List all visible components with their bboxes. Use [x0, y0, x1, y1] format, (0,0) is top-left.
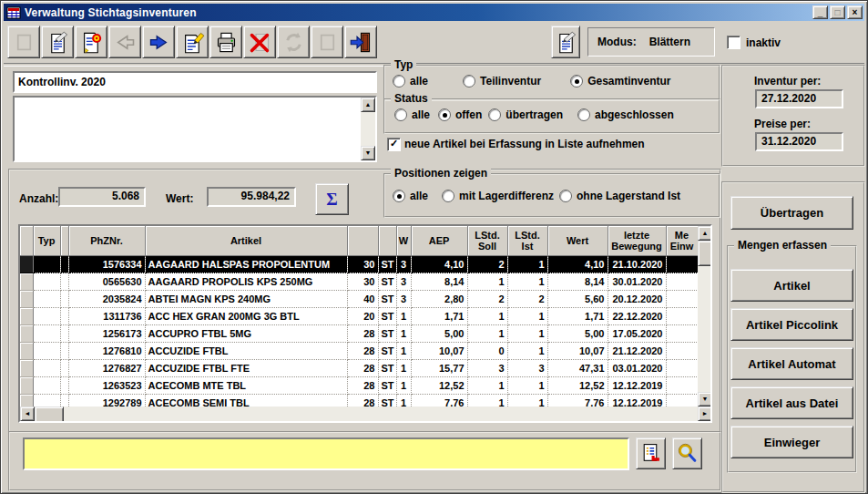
- delete-record-button[interactable]: [243, 26, 276, 58]
- column-header[interactable]: AEP: [411, 226, 467, 256]
- row-marker[interactable]: [20, 291, 33, 308]
- table-row[interactable]: 1276810ACCUZIDE FTBL28ST110,070110,0721.…: [20, 343, 698, 360]
- table-cell[interactable]: 30.01.2020: [608, 273, 666, 291]
- new-article-checkbox[interactable]: ✓: [387, 138, 401, 151]
- table-cell[interactable]: 1: [467, 395, 507, 407]
- table-cell[interactable]: ST: [378, 308, 396, 325]
- column-header[interactable]: Me Einw: [666, 226, 698, 256]
- table-cell[interactable]: [60, 291, 68, 308]
- table-cell[interactable]: 1: [507, 343, 547, 360]
- artikel-automat-button[interactable]: Artikel Automat: [730, 347, 853, 380]
- column-header[interactable]: PhZNr.: [68, 226, 145, 256]
- table-cell[interactable]: 21.10.2020: [608, 256, 666, 273]
- column-header[interactable]: Typ: [33, 226, 60, 256]
- table-cell[interactable]: 4,10: [411, 256, 467, 273]
- table-cell[interactable]: ST: [378, 325, 396, 343]
- table-cell[interactable]: [33, 291, 60, 308]
- vscroll-thumb[interactable]: [698, 241, 712, 266]
- table-cell[interactable]: 2: [467, 256, 507, 273]
- table-cell[interactable]: ACECOMB SEMI TBL: [145, 395, 347, 407]
- column-header[interactable]: Artikel: [145, 226, 347, 256]
- table-cell[interactable]: 3: [396, 256, 411, 273]
- table-cell[interactable]: [33, 343, 60, 360]
- radio-übertragen[interactable]: übertragen: [488, 108, 563, 121]
- table-cell[interactable]: ACCUPRO FTBL 5MG: [145, 325, 347, 343]
- table-row[interactable]: 1311736ACC HEX GRAN 200MG 3G BTL20ST11,7…: [20, 308, 698, 325]
- table-cell[interactable]: 1: [467, 325, 507, 343]
- table-cell[interactable]: [60, 377, 68, 395]
- table-cell[interactable]: [666, 395, 698, 407]
- table-cell[interactable]: [666, 343, 698, 360]
- table-cell[interactable]: 1263523: [68, 377, 145, 395]
- edit-button[interactable]: [41, 26, 74, 58]
- table-cell[interactable]: ST: [378, 343, 396, 360]
- einwieger-button[interactable]: Einwieger: [730, 426, 853, 458]
- table-cell[interactable]: 1: [507, 377, 547, 395]
- table-cell[interactable]: [60, 308, 68, 325]
- artikel-piccolink-button[interactable]: Artikel Piccolink: [730, 308, 853, 341]
- table-cell[interactable]: 1276827: [68, 360, 145, 377]
- scroll-up-icon[interactable]: ▲: [698, 226, 712, 241]
- table-cell[interactable]: 12.12.2019: [608, 395, 666, 407]
- row-marker[interactable]: [20, 325, 33, 343]
- scroll-left-icon[interactable]: ◄: [20, 407, 35, 421]
- table-cell[interactable]: 5,00: [547, 325, 608, 343]
- table-cell[interactable]: 2: [467, 291, 507, 308]
- table-cell[interactable]: 1,71: [411, 308, 467, 325]
- table-cell[interactable]: 1: [396, 377, 411, 395]
- table-row[interactable]: 1256173ACCUPRO FTBL 5MG28ST15,00115,0017…: [20, 325, 698, 343]
- scroll-up-icon[interactable]: ▲: [361, 98, 375, 112]
- radio-abgeschlossen[interactable]: abgeschlossen: [577, 108, 674, 121]
- table-cell[interactable]: 03.01.2020: [608, 360, 666, 377]
- uebertragen-button[interactable]: Übertragen: [730, 196, 853, 230]
- memo-button[interactable]: [551, 26, 580, 58]
- column-header[interactable]: LStd. Soll: [467, 226, 507, 256]
- table-cell[interactable]: [33, 377, 60, 395]
- row-marker[interactable]: [20, 395, 33, 407]
- table-cell[interactable]: 20: [347, 308, 378, 325]
- row-marker[interactable]: [20, 343, 33, 360]
- radio-alle[interactable]: alle: [394, 108, 430, 121]
- comment-textarea[interactable]: ▲ ▼: [13, 96, 377, 162]
- radio-mit-lagerdifferenz[interactable]: mit Lagerdifferenz: [442, 190, 554, 202]
- column-header[interactable]: LStd. Ist: [507, 226, 547, 256]
- table-cell[interactable]: 1: [396, 325, 411, 343]
- table-cell[interactable]: 7,76: [411, 395, 467, 407]
- table-cell[interactable]: 3: [507, 360, 547, 377]
- table-cell[interactable]: 28: [347, 395, 378, 407]
- table-cell[interactable]: [60, 256, 68, 273]
- table-cell[interactable]: 3: [396, 273, 411, 291]
- table-cell[interactable]: 2,80: [411, 291, 467, 308]
- column-header[interactable]: [60, 226, 68, 256]
- table-cell[interactable]: AAGAARD PROPOLIS KPS 250MG: [145, 273, 347, 291]
- exit-button[interactable]: [344, 26, 377, 58]
- table-cell[interactable]: 8,14: [411, 273, 467, 291]
- scroll-down-icon[interactable]: ▼: [361, 146, 375, 160]
- table-cell[interactable]: ST: [378, 395, 396, 407]
- table-cell[interactable]: 1: [396, 308, 411, 325]
- table-cell[interactable]: [33, 308, 60, 325]
- row-marker[interactable]: [20, 377, 33, 395]
- table-cell[interactable]: 1: [507, 395, 547, 407]
- table-cell[interactable]: [33, 325, 60, 343]
- table-cell[interactable]: 28: [347, 360, 378, 377]
- row-marker[interactable]: [20, 360, 33, 377]
- table-cell[interactable]: [33, 360, 60, 377]
- table-cell[interactable]: [666, 325, 698, 343]
- table-cell[interactable]: ST: [378, 291, 396, 308]
- position-list-button[interactable]: [636, 437, 666, 469]
- table-cell[interactable]: 12,52: [547, 377, 608, 395]
- radio-offen[interactable]: offen: [438, 108, 482, 121]
- table-cell[interactable]: 1: [396, 343, 411, 360]
- table-cell[interactable]: 12,52: [411, 377, 467, 395]
- table-cell[interactable]: 1576334: [68, 256, 145, 273]
- table-cell[interactable]: 17.05.2020: [608, 325, 666, 343]
- table-cell[interactable]: ST: [378, 377, 396, 395]
- table-cell[interactable]: 28: [347, 377, 378, 395]
- print-button[interactable]: [209, 26, 242, 58]
- table-cell[interactable]: 10,07: [547, 343, 608, 360]
- table-cell[interactable]: 1,71: [547, 308, 608, 325]
- table-cell[interactable]: 1: [467, 273, 507, 291]
- radio-ohne-lagerstand-ist[interactable]: ohne Lagerstand Ist: [559, 190, 680, 202]
- table-cell[interactable]: 5,60: [547, 291, 608, 308]
